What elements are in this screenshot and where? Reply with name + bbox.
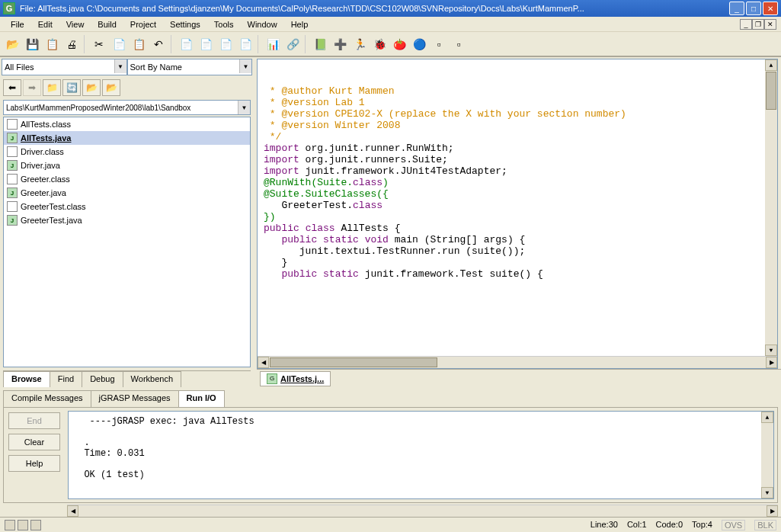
toolbar-button-4[interactable]: ✂ — [90, 35, 108, 53]
titlebar: G File: AllTests.java C:\Documents and S… — [0, 0, 781, 17]
left-tab-debug[interactable]: Debug — [82, 371, 123, 387]
toolbar-button-0[interactable]: 📂 — [3, 35, 21, 53]
app-icon: G — [3, 2, 15, 14]
file-row[interactable]: JDriver.java — [4, 159, 250, 172]
class-icon — [7, 201, 18, 212]
nav-folder1-button[interactable]: 📂 — [82, 79, 101, 96]
file-name: Greeter.java — [21, 188, 66, 197]
code-editor[interactable]: * @author Kurt Mammen * @version Lab 1 *… — [258, 59, 777, 356]
toolbar-button-7[interactable]: ↶ — [149, 35, 168, 53]
file-row[interactable]: AllTests.class — [4, 117, 250, 131]
scroll-left-icon[interactable]: ◀ — [67, 505, 78, 517]
toolbar: 📂💾📋🖨✂📄📋↶📄📄📄📄📊🔗📗➕🏃🐞🍅🔵▫▫ — [0, 32, 781, 56]
scroll-thumb[interactable] — [270, 357, 437, 367]
toolbar-button-12[interactable]: 📊 — [264, 35, 282, 53]
menu-project[interactable]: Project — [124, 18, 162, 30]
editor-hscroll[interactable]: ◀ ▶ — [258, 356, 777, 368]
console-hscroll[interactable]: ◀ ▶ — [67, 505, 778, 517]
editor-vscroll[interactable]: ▲ ▼ — [765, 59, 777, 356]
menu-file[interactable]: File — [5, 18, 30, 30]
help-button[interactable]: Help — [8, 455, 60, 472]
toolbar-button-9[interactable]: 📄 — [197, 35, 215, 53]
scroll-up-icon[interactable]: ▲ — [761, 412, 773, 423]
bottom-tab-compile-messages[interactable]: Compile Messages — [3, 390, 91, 407]
file-row[interactable]: JGreeterTest.java — [4, 213, 250, 227]
path-text: Labs\KurtMammenProposedWinter2008\lab1\S… — [6, 104, 190, 112]
filter-combo[interactable]: All Files ▼ — [2, 59, 127, 75]
bottom-tab-jgrasp-messages[interactable]: jGRASP Messages — [91, 390, 179, 407]
inner-minimize[interactable]: _ — [740, 19, 752, 30]
status-col: Col:1 — [627, 520, 647, 530]
scroll-thumb[interactable] — [766, 72, 776, 110]
file-row[interactable]: Greeter.class — [4, 172, 250, 186]
nav-refresh-button[interactable]: 🔄 — [62, 79, 81, 96]
console-vscroll[interactable]: ▲ ▼ — [761, 412, 773, 498]
toolbar-button-8[interactable]: 📄 — [177, 35, 195, 53]
maximize-button[interactable]: □ — [746, 2, 761, 15]
nav-folder2-button[interactable]: 📂 — [102, 79, 120, 96]
toolbar-button-13[interactable]: 🔗 — [283, 35, 302, 53]
status-icon[interactable] — [30, 520, 41, 530]
scroll-up-icon[interactable]: ▲ — [765, 59, 777, 71]
toolbar-button-2[interactable]: 📋 — [43, 35, 61, 53]
toolbar-button-6[interactable]: 📋 — [130, 35, 148, 53]
chevron-down-icon: ▼ — [238, 101, 250, 114]
toolbar-button-14[interactable]: 📗 — [311, 35, 329, 53]
file-name: Driver.java — [21, 161, 60, 170]
path-combo[interactable]: Labs\KurtMammenProposedWinter2008\lab1\S… — [3, 100, 251, 115]
console-output[interactable]: ----jGRASP exec: java AllTests . Time: 0… — [68, 411, 774, 499]
toolbar-button-18[interactable]: 🍅 — [390, 35, 408, 53]
toolbar-button-15[interactable]: ➕ — [331, 35, 349, 53]
scroll-left-icon[interactable]: ◀ — [258, 357, 269, 368]
clear-button[interactable]: Clear — [8, 434, 60, 450]
file-row[interactable]: GreeterTest.class — [4, 200, 250, 213]
status-blk: BLK — [754, 520, 776, 530]
left-tab-workbench[interactable]: Workbench — [123, 371, 181, 387]
filter-label: All Files — [5, 62, 34, 72]
close-button[interactable]: ✕ — [763, 2, 778, 15]
toolbar-button-20[interactable]: ▫ — [430, 35, 448, 53]
sort-combo[interactable]: Sort By Name ▼ — [127, 59, 253, 75]
inner-restore[interactable]: ❐ — [752, 19, 764, 30]
scroll-down-icon[interactable]: ▼ — [761, 487, 773, 498]
scroll-right-icon[interactable]: ▶ — [766, 357, 777, 368]
menu-tools[interactable]: Tools — [208, 18, 240, 30]
menu-help[interactable]: Help — [285, 18, 315, 30]
file-row[interactable]: Driver.class — [4, 145, 250, 159]
file-row[interactable]: JAllTests.java — [4, 131, 250, 145]
left-tab-browse[interactable]: Browse — [3, 371, 50, 387]
scroll-down-icon[interactable]: ▼ — [765, 345, 777, 356]
bottom-tab-run-i-o[interactable]: Run I/O — [178, 390, 225, 407]
file-name: AllTests.class — [21, 120, 71, 129]
scroll-right-icon[interactable]: ▶ — [767, 505, 778, 517]
nav-fwd-button[interactable]: ➡ — [23, 79, 41, 96]
toolbar-button-17[interactable]: 🐞 — [370, 35, 389, 53]
editor-tab[interactable]: G AllTests.j... — [260, 371, 331, 386]
toolbar-button-3[interactable]: 🖨 — [62, 35, 81, 53]
status-icon[interactable] — [5, 520, 15, 530]
file-row[interactable]: JGreeter.java — [4, 186, 250, 200]
menu-edit[interactable]: Edit — [32, 18, 59, 30]
toolbar-button-5[interactable]: 📄 — [110, 35, 128, 53]
chevron-down-icon: ▼ — [114, 59, 126, 73]
nav-back-button[interactable]: ⬅ — [3, 79, 21, 96]
minimize-button[interactable]: _ — [729, 2, 744, 15]
status-code: Code:0 — [656, 520, 683, 530]
toolbar-button-21[interactable]: ▫ — [450, 35, 468, 53]
menu-build[interactable]: Build — [91, 18, 122, 30]
inner-close[interactable]: ✕ — [764, 19, 776, 30]
toolbar-button-16[interactable]: 🏃 — [350, 35, 369, 53]
nav-up-button[interactable]: 📁 — [43, 79, 61, 96]
status-icon[interactable] — [18, 520, 28, 530]
menu-settings[interactable]: Settings — [164, 18, 206, 30]
toolbar-button-19[interactable]: 🔵 — [410, 35, 428, 53]
statusbar: Line:30 Col:1 Code:0 Top:4 OVS BLK — [0, 517, 781, 532]
file-name: Driver.class — [21, 147, 64, 156]
toolbar-button-10[interactable]: 📄 — [216, 35, 235, 53]
menu-view[interactable]: View — [60, 18, 91, 30]
toolbar-button-1[interactable]: 💾 — [23, 35, 41, 53]
java-icon: J — [7, 160, 18, 171]
toolbar-button-11[interactable]: 📄 — [236, 35, 254, 53]
menu-window[interactable]: Window — [242, 18, 283, 30]
left-tab-find[interactable]: Find — [50, 371, 82, 387]
